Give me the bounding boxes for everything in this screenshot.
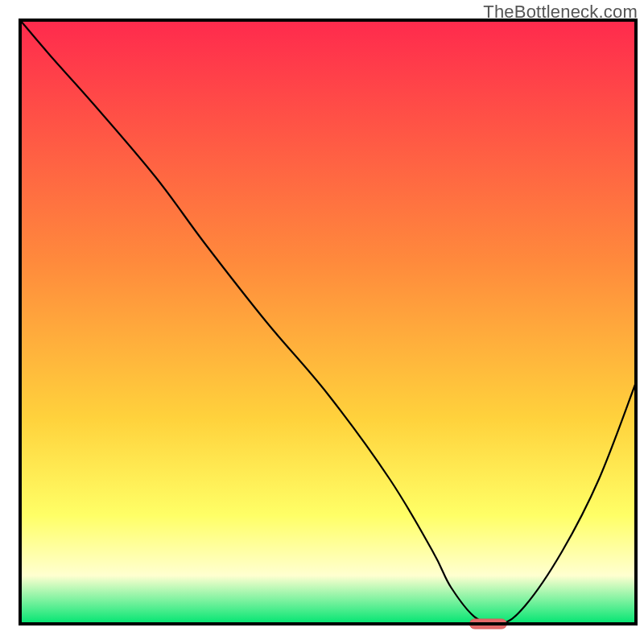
plot-background xyxy=(20,20,636,624)
bottleneck-chart xyxy=(0,0,644,644)
chart-container: TheBottleneck.com xyxy=(0,0,644,644)
